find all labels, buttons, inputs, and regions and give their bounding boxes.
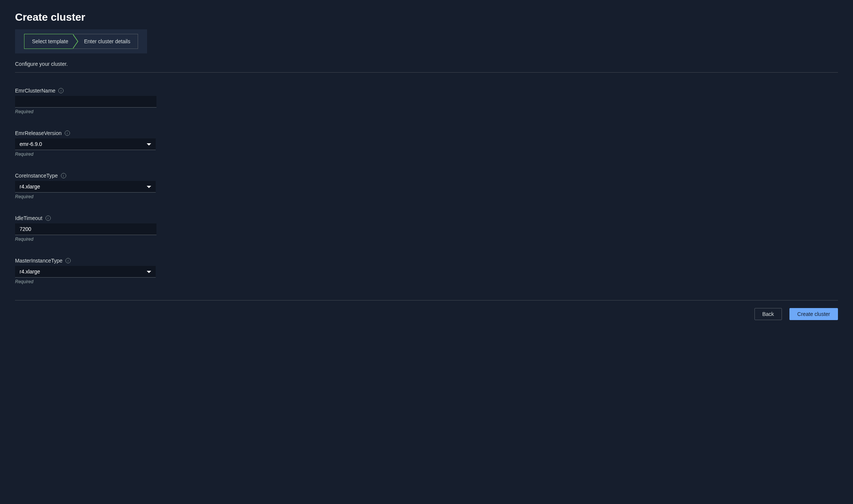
step-navigation: Select template Enter cluster details [15,29,147,53]
create-cluster-button[interactable]: Create cluster [789,308,838,320]
core-instance-type-select[interactable]: r4.xlarge [15,181,156,193]
field-hint: Required [15,109,838,114]
info-icon[interactable]: i [61,173,66,178]
info-icon[interactable]: i [65,258,71,263]
field-cluster-name: EmrClusterName i Required [15,88,838,114]
info-icon[interactable]: i [46,216,51,221]
step-label: Enter cluster details [84,38,131,44]
button-row: Back Create cluster [15,308,838,320]
field-idle-timeout: IdleTimeout i Required [15,215,838,242]
field-hint: Required [15,194,838,199]
field-master-instance-type: MasterInstanceType i r4.xlarge Required [15,258,838,284]
step-label: Select template [32,38,68,44]
cluster-name-input[interactable] [15,96,156,108]
field-core-instance-type: CoreInstanceType i r4.xlarge Required [15,173,838,199]
field-label: IdleTimeout [15,215,42,221]
back-button[interactable]: Back [754,308,782,320]
info-icon[interactable]: i [58,88,64,93]
field-label: EmrClusterName [15,88,55,94]
page-description: Configure your cluster. [15,61,838,67]
field-hint: Required [15,152,838,157]
divider [15,300,838,301]
field-label: EmrReleaseVersion [15,130,62,136]
field-label: MasterInstanceType [15,258,62,264]
divider [15,72,838,73]
field-hint: Required [15,279,838,284]
idle-timeout-input[interactable] [15,223,156,235]
field-label: CoreInstanceType [15,173,58,179]
field-hint: Required [15,237,838,242]
step-select-template[interactable]: Select template [24,34,73,49]
master-instance-type-select[interactable]: r4.xlarge [15,266,156,278]
info-icon[interactable]: i [65,131,70,136]
field-release-version: EmrReleaseVersion i emr-6.9.0 Required [15,130,838,157]
page-title: Create cluster [15,11,838,23]
release-version-select[interactable]: emr-6.9.0 [15,138,156,150]
step-enter-details[interactable]: Enter cluster details [73,34,138,49]
